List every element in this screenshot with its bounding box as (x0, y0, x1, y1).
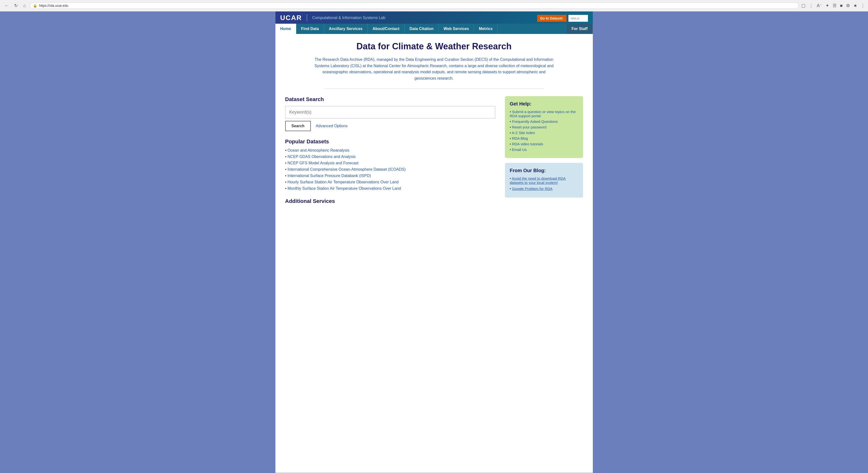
main-column: Dataset Search Search Advanced Options P… (285, 96, 495, 204)
help-link-5[interactable]: RDA video tutorials (512, 142, 543, 146)
hero-title: Data for Climate & Weather Research (285, 41, 583, 52)
dataset-search-section: Dataset Search Search Advanced Options (285, 96, 495, 131)
list-item: Reset your password (510, 125, 578, 129)
list-item: NCEP GFS Model Analysis and Forecast (285, 161, 495, 165)
logo-subtitle: Computational & Information Systems Lab (312, 15, 385, 20)
list-item: Google Problem for RDA (510, 187, 578, 191)
help-link-6[interactable]: Email Us (512, 148, 527, 152)
browser-chrome: ← ↻ ⌂ 🔒 ▢ ⋮ A⁻ ✦ ☰ ■ ⚙ ★ ⋮ (0, 0, 868, 11)
list-item: Ocean and Atmospheric Reanalysis (285, 148, 495, 153)
address-bar[interactable]: 🔒 (30, 2, 799, 9)
dataset-link-4[interactable]: International Surface Pressure Databank … (288, 174, 371, 178)
nav-web-services[interactable]: Web Services (439, 24, 474, 34)
search-controls: Search Advanced Options (285, 121, 495, 131)
nav-data-citation[interactable]: Data Citation (405, 24, 439, 34)
additional-services-title: Additional Services (285, 198, 495, 204)
lock-icon: 🔒 (33, 4, 37, 7)
dataset-search-title: Dataset Search (285, 96, 495, 102)
nav-home[interactable]: Home (275, 24, 296, 34)
advanced-options-link[interactable]: Advanced Options (316, 124, 348, 128)
help-link-4[interactable]: RDA Blog (512, 136, 528, 140)
nav-metrics[interactable]: Metrics (474, 24, 498, 34)
nav-ancillary-services[interactable]: Ancillary Services (324, 24, 368, 34)
list-item: International Surface Pressure Databank … (285, 174, 495, 178)
dataset-link-2[interactable]: NCEP GFS Model Analysis and Forecast (288, 161, 359, 165)
from-blog-list: Avoid the need to download RDA datasets … (510, 176, 578, 191)
blog-link-0[interactable]: Avoid the need to download RDA datasets … (510, 176, 566, 185)
grid-icon[interactable]: ⋮ (809, 3, 813, 8)
get-help-box: Get Help: Submit a question or view topi… (505, 96, 583, 158)
blog-link-1[interactable]: Google Problem for RDA (512, 187, 553, 191)
list-item: A-Z Site Index (510, 131, 578, 135)
popular-datasets-section: Popular Datasets Ocean and Atmospheric R… (285, 138, 495, 191)
hero-description: The Research Data Archive (RDA), managed… (312, 56, 556, 81)
from-blog-box: From Our Blog: Avoid the need to downloa… (505, 163, 583, 197)
two-col-layout: Dataset Search Search Advanced Options P… (285, 96, 583, 204)
home-button[interactable]: ⌂ (22, 2, 27, 9)
settings-icon[interactable]: ⚙ (846, 3, 850, 8)
list-item: NCEP GDAS Obervations and Analysis (285, 155, 495, 159)
get-help-title: Get Help: (510, 101, 578, 107)
help-link-3[interactable]: A-Z Site Index (512, 131, 535, 135)
from-blog-title: From Our Blog: (510, 168, 578, 174)
logo-divider (307, 14, 307, 22)
url-input[interactable] (39, 4, 796, 7)
search-input[interactable] (285, 106, 495, 119)
site-header: UCAR Computational & Information Systems… (275, 11, 593, 24)
main-nav: Home Find Data Ancillary Services About/… (275, 24, 593, 34)
dataset-list: Ocean and Atmospheric Reanalysis NCEP GD… (285, 148, 495, 191)
back-button[interactable]: ← (3, 2, 10, 9)
list-item: RDA video tutorials (510, 142, 578, 146)
site-wrapper: UCAR Computational & Information Systems… (275, 11, 593, 473)
browser-toolbar-right: ▢ ⋮ A⁻ ✦ ☰ ■ ⚙ ★ ⋮ (801, 3, 865, 8)
list-item: RDA Blog (510, 136, 578, 140)
list-item: Hourly Surface Station Air Temperature O… (285, 180, 495, 184)
help-link-2[interactable]: Reset your password (512, 125, 547, 129)
popular-datasets-title: Popular Datasets (285, 138, 495, 145)
logo-area: UCAR Computational & Information Systems… (280, 14, 385, 24)
favorites-icon[interactable]: ★ (854, 3, 857, 8)
additional-services-section: Additional Services (285, 198, 495, 204)
dataset-link-1[interactable]: NCEP GDAS Obervations and Analysis (288, 155, 356, 159)
main-content: Data for Climate & Weather Research The … (275, 34, 593, 212)
reader-icon[interactable]: ☰ (833, 3, 837, 8)
nav-for-staff[interactable]: For Staff (567, 24, 593, 34)
goto-label: Go to Dataset: (537, 15, 566, 22)
list-item: Email Us (510, 148, 578, 152)
more-icon[interactable]: ⋮ (861, 3, 865, 8)
dataset-link-0[interactable]: Ocean and Atmospheric Reanalysis (288, 148, 349, 152)
hero-section: Data for Climate & Weather Research The … (285, 41, 583, 81)
extensions-icon[interactable]: ✦ (826, 3, 829, 8)
logo-text: UCAR (280, 14, 302, 22)
list-item: Avoid the need to download RDA datasets … (510, 176, 578, 185)
font-icon[interactable]: A⁻ (817, 3, 822, 8)
list-item: Frequently Asked Questions (510, 119, 578, 124)
list-item: International Comprehensive Ocean-Atmosp… (285, 167, 495, 172)
dataset-link-5[interactable]: Hourly Surface Station Air Temperature O… (288, 180, 399, 184)
get-help-list: Submit a question or view topics on the … (510, 109, 578, 152)
nav-find-data[interactable]: Find Data (296, 24, 324, 34)
dataset-link-3[interactable]: International Comprehensive Ocean-Atmosp… (288, 167, 406, 171)
tab-view-icon[interactable]: ▢ (801, 3, 805, 8)
goto-dataset-area: Go to Dataset: (537, 15, 588, 24)
dataset-link-6[interactable]: Monthly Surface Station Air Temperature … (288, 186, 401, 190)
list-item: Submit a question or view topics on the … (510, 109, 578, 118)
help-link-1[interactable]: Frequently Asked Questions (512, 119, 558, 124)
book-icon[interactable]: ■ (840, 3, 843, 8)
refresh-button[interactable]: ↻ (13, 2, 19, 9)
nav-about-contact[interactable]: About/Contact (368, 24, 405, 34)
goto-input[interactable] (568, 15, 588, 22)
ncar-link[interactable]: National Center for Atmospheric Research (374, 64, 447, 68)
help-link-0[interactable]: Submit a question or view topics on the … (510, 109, 576, 118)
list-item: Monthly Surface Station Air Temperature … (285, 186, 495, 191)
section-divider (324, 89, 544, 89)
search-button[interactable]: Search (285, 121, 311, 131)
sidebar-column: Get Help: Submit a question or view topi… (505, 96, 583, 197)
